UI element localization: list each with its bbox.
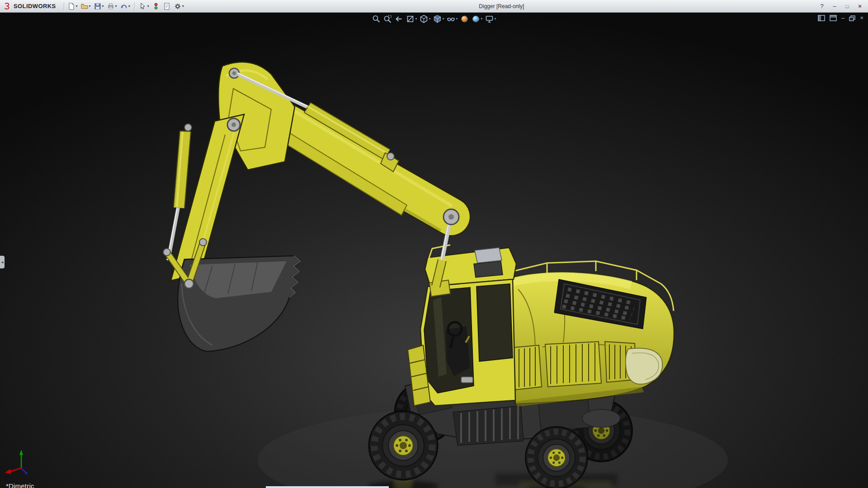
brand-name: SOLIDWORKS [14,3,56,9]
section-view-button[interactable]: ▾ [405,14,417,24]
undo-button[interactable]: ▾ [119,2,131,11]
hide-show-items-icon [447,14,456,23]
sheet-properties-button[interactable] [162,2,172,11]
side-window-glass[interactable] [476,284,513,361]
rebuild-stoplight-button[interactable] [151,2,161,11]
model-viewport[interactable] [0,13,868,488]
previous-view-button[interactable] [394,14,404,24]
edit-appearance-button[interactable] [460,14,470,24]
options-gear-icon [174,2,182,10]
dropdown-caret-icon[interactable]: ▾ [115,5,117,8]
dropdown-caret-icon[interactable]: ▾ [415,17,417,21]
zoom-to-fit-button[interactable] [371,14,381,24]
display-style-button[interactable]: ▾ [432,14,444,24]
pane-split-left-icon[interactable] [818,15,825,21]
open-button[interactable]: ▾ [80,2,92,11]
wheel-rear-outer[interactable] [526,427,588,488]
document-window-controls: – × [818,15,863,21]
doc-restore-icon[interactable] [849,15,855,21]
previous-view-icon [394,14,403,23]
doc-close-icon[interactable]: × [860,15,863,21]
apply-scene-icon [472,14,481,23]
zoom-to-area-button[interactable] [382,14,392,24]
dropdown-caret-icon[interactable]: ▾ [89,5,91,8]
sheet-properties-icon [163,2,171,10]
display-style-icon [433,14,442,23]
zoom-to-fit-icon [372,14,381,23]
side-mirror [461,377,473,383]
toolbar-separator [134,2,135,10]
new-document-icon [67,2,75,10]
window-title: Digger [Read-only] [185,3,818,9]
app-brand: SOLIDWORKS [4,2,56,10]
toolbar-separator [64,2,64,10]
hide-show-items-button[interactable]: ▾ [446,14,458,24]
select-button[interactable]: ▾ [138,2,150,11]
help-button[interactable]: ? [818,3,826,10]
view-settings-icon [485,14,494,23]
open-folder-icon [80,2,89,10]
view-settings-button[interactable]: ▾ [485,14,497,24]
solidworks-logo-icon [4,2,11,10]
apply-scene-button[interactable]: ▾ [471,14,483,24]
view-orientation-button[interactable]: ▾ [419,14,431,24]
undo-arrow-icon [120,2,128,10]
dropdown-caret-icon[interactable]: ▾ [102,5,104,8]
dropdown-caret-icon[interactable]: ▾ [429,17,430,21]
pane-split-top-icon[interactable] [830,15,837,21]
dropdown-caret-icon[interactable]: ▾ [442,17,444,21]
zoom-to-area-icon [383,14,392,23]
view-orientation-label: *Dimetric [6,482,34,488]
dropdown-caret-icon[interactable]: ▾ [456,17,458,21]
save-disk-icon [94,2,102,10]
print-button[interactable]: ▾ [106,2,118,11]
save-button[interactable]: ▾ [93,2,105,11]
minimize-button[interactable]: – [831,3,838,10]
heads-up-view-toolbar: ▾ ▾ ▾ ▾ [371,14,496,24]
roof-insert [474,261,503,277]
edit-appearance-icon [460,14,469,23]
title-bar: SOLIDWORKS ▾ ▾ ▾ ▾ [0,0,868,13]
rebuild-stoplight-icon [152,2,160,10]
new-document-button[interactable]: ▾ [66,2,79,11]
dropdown-caret-icon[interactable]: ▾ [147,5,149,8]
dropdown-caret-icon[interactable]: ▾ [495,17,496,21]
window-controls: ? – □ × [818,3,864,10]
taskbar-sliver [266,486,389,488]
wheel-front-outer[interactable] [369,411,438,480]
dropdown-caret-icon[interactable]: ▾ [76,5,78,8]
roof-panel [475,248,502,263]
graphics-area[interactable]: ▾ ▾ ▾ ▾ [0,13,868,488]
doc-minimize-icon[interactable]: – [841,15,844,21]
file-toolbar: ▾ ▾ ▾ ▾ ▾ [66,2,185,11]
flyout-arrow-icon: ◂ [1,260,4,264]
printer-icon [107,2,115,10]
section-view-icon [406,14,415,23]
maximize-button[interactable]: □ [844,3,851,10]
options-button[interactable]: ▾ [173,2,185,11]
close-button[interactable]: × [856,3,863,10]
dropdown-caret-icon[interactable]: ▾ [128,5,130,8]
feature-tree-flyout-handle[interactable]: ◂ [0,256,5,268]
dropdown-caret-icon[interactable]: ▾ [481,17,483,21]
select-pointer-icon [139,2,147,10]
dropdown-caret-icon[interactable]: ▾ [182,5,184,8]
view-orientation-icon [419,14,428,23]
